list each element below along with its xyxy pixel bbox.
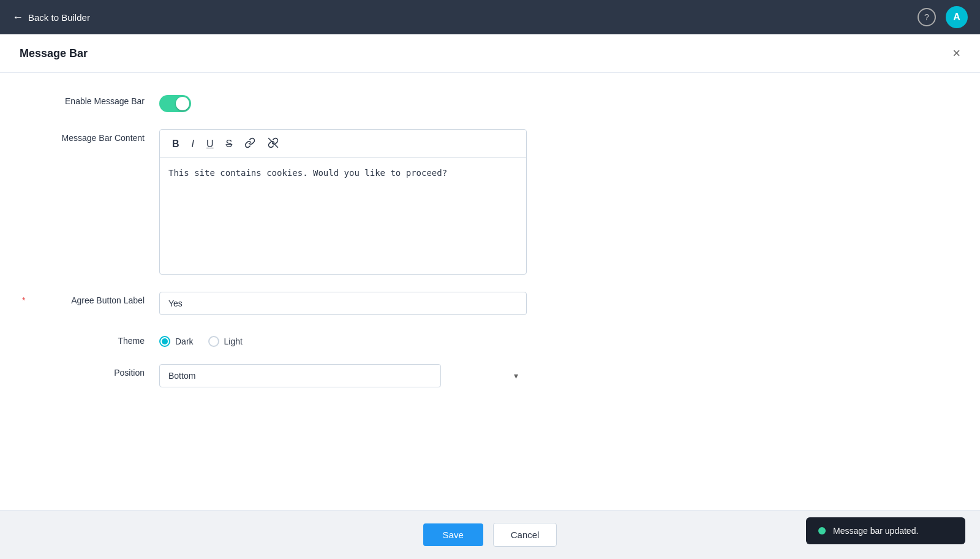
unlink-button[interactable] bbox=[263, 135, 284, 153]
avatar[interactable]: A bbox=[946, 6, 968, 28]
theme-light-option[interactable]: Light bbox=[208, 336, 243, 347]
editor-toolbar: B I U S bbox=[160, 130, 526, 158]
theme-label: Theme bbox=[24, 332, 159, 346]
back-button-label: Back to Builder bbox=[28, 12, 90, 23]
enable-toggle-wrapper bbox=[159, 93, 527, 112]
position-dropdown-wrapper: Bottom Top ▾ bbox=[159, 364, 527, 387]
chevron-down-icon: ▾ bbox=[514, 371, 518, 381]
enable-message-bar-row: Enable Message Bar bbox=[24, 93, 956, 112]
content-editor[interactable]: This site contains cookies. Would you li… bbox=[160, 158, 526, 272]
editor-wrapper: B I U S bbox=[159, 129, 527, 275]
cancel-button[interactable]: Cancel bbox=[493, 523, 557, 547]
agree-button-label-text: Agree Button Label bbox=[24, 292, 159, 305]
dark-radio-label: Dark bbox=[175, 337, 194, 346]
toast-notification: Message bar updated. bbox=[806, 517, 965, 544]
link-button[interactable] bbox=[239, 135, 260, 153]
help-icon[interactable]: ? bbox=[918, 8, 936, 26]
top-navigation: ← Back to Builder ? A bbox=[0, 0, 980, 34]
panel-header: Message Bar × bbox=[0, 34, 980, 73]
theme-options: Dark Light bbox=[159, 332, 527, 347]
light-radio-label: Light bbox=[224, 337, 243, 346]
underline-button[interactable]: U bbox=[202, 137, 219, 151]
agree-button-input-wrapper bbox=[159, 292, 527, 315]
back-arrow-icon: ← bbox=[12, 11, 23, 24]
toggle-thumb bbox=[176, 97, 189, 110]
message-bar-content-label: Message Bar Content bbox=[24, 129, 159, 143]
agree-button-input[interactable] bbox=[159, 292, 527, 315]
position-select[interactable]: Bottom Top bbox=[159, 364, 441, 387]
italic-button[interactable]: I bbox=[187, 137, 199, 151]
theme-radio-group: Dark Light bbox=[159, 332, 527, 347]
position-label: Position bbox=[24, 364, 159, 378]
enable-toggle[interactable] bbox=[159, 95, 191, 112]
toast-status-dot bbox=[818, 527, 826, 534]
enable-message-bar-label: Enable Message Bar bbox=[24, 93, 159, 106]
toggle-track bbox=[159, 95, 191, 112]
panel-title: Message Bar bbox=[20, 47, 88, 60]
back-to-builder-button[interactable]: ← Back to Builder bbox=[12, 11, 90, 24]
save-button[interactable]: Save bbox=[423, 523, 483, 546]
main-panel: Message Bar × Enable Message Bar Message… bbox=[0, 34, 980, 510]
light-radio-circle bbox=[208, 336, 219, 347]
rich-text-editor: B I U S bbox=[159, 129, 527, 275]
strikethrough-button[interactable]: S bbox=[221, 137, 238, 151]
agree-button-label-row: Agree Button Label bbox=[24, 292, 956, 315]
dark-radio-circle bbox=[159, 336, 170, 347]
position-select-wrapper: Bottom Top ▾ bbox=[159, 364, 527, 387]
position-row: Position Bottom Top ▾ bbox=[24, 364, 956, 387]
toast-message: Message bar updated. bbox=[833, 526, 918, 536]
close-button[interactable]: × bbox=[952, 47, 960, 60]
form-content: Enable Message Bar Message Bar Content B… bbox=[0, 73, 980, 424]
nav-right-section: ? A bbox=[918, 6, 968, 28]
bold-button[interactable]: B bbox=[167, 137, 184, 151]
theme-dark-option[interactable]: Dark bbox=[159, 336, 194, 347]
dark-radio-dot bbox=[162, 338, 168, 344]
theme-row: Theme Dark Light bbox=[24, 332, 956, 347]
message-bar-content-row: Message Bar Content B I U S bbox=[24, 129, 956, 275]
